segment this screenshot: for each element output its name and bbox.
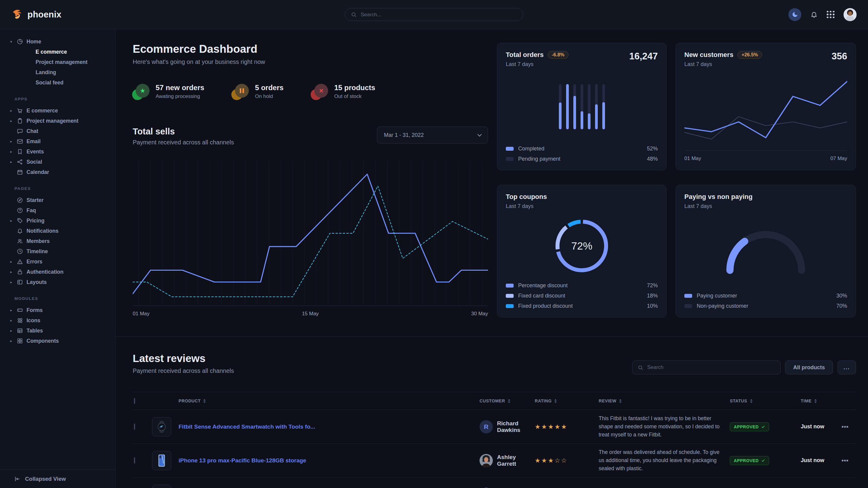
page-subtitle: Here's what's going on at your business … [133, 59, 488, 65]
sidebar-item-timeline[interactable]: Timeline [9, 246, 115, 257]
sidebar-item-email[interactable]: ▸Email [9, 136, 115, 147]
sidebar-item-layouts[interactable]: ▸Layouts [9, 277, 115, 287]
user-avatar[interactable] [843, 8, 857, 21]
global-search-input[interactable] [361, 11, 517, 18]
row-menu-button[interactable]: ••• [841, 423, 856, 431]
table-header-row: PRODUCTCUSTOMERRATINGREVIEWSTATUSTIME [133, 392, 856, 410]
sidebar-item-starter[interactable]: Starter [9, 195, 115, 205]
x-axis-label: 01 May [133, 311, 150, 317]
product-link[interactable]: iPhone 13 pro max-Pacific Blue-128GB sto… [179, 457, 306, 464]
sidebar-item-project-management[interactable]: ▸Project management [9, 116, 115, 126]
row-menu-button[interactable]: ••• [841, 457, 856, 464]
sidebar-item-pricing[interactable]: ▸Pricing [9, 216, 115, 226]
bar-track [559, 84, 562, 129]
main-content: Ecommerce Dashboard Here's what's going … [116, 29, 868, 488]
notifications-button[interactable] [810, 11, 818, 18]
global-search[interactable] [345, 8, 523, 21]
card-period: Last 7 days [684, 61, 762, 67]
sidebar-item-e-commerce[interactable]: ▸E commerce [9, 105, 115, 116]
legend-label: Pending payment [518, 156, 560, 162]
sidebar-item-label: Timeline [27, 248, 48, 255]
brand[interactable]: phoenix [11, 8, 62, 21]
customer-cell[interactable]: Ashley Garrett [479, 454, 535, 467]
sidebar-item-label: Errors [27, 259, 42, 265]
product-thumbnail[interactable] [152, 485, 171, 488]
sidebar-item-authentication[interactable]: ▸Authentication [9, 267, 115, 277]
bar-fill [559, 102, 562, 129]
sidebar-subitem-project-management[interactable]: Project management [9, 57, 115, 67]
sidebar-subitem-e-commerce[interactable]: E commerce [9, 47, 115, 57]
column-header-status[interactable]: STATUS [730, 398, 801, 403]
sidebar-item-label: Faq [27, 207, 36, 214]
customer-cell[interactable]: RRichard Dawkins [479, 420, 535, 433]
row-checkbox[interactable] [134, 423, 135, 430]
bar-fill [574, 96, 576, 129]
sidebar-item-notifications[interactable]: Notifications [9, 226, 115, 236]
stat-item: 5 ordersOn hold [232, 84, 283, 99]
stat-blob-icon: × [311, 84, 328, 99]
product-thumbnail[interactable] [152, 451, 171, 470]
theme-toggle-button[interactable] [788, 8, 801, 21]
legend-row: Non-paying customer70% [684, 303, 847, 309]
row-checkbox[interactable] [134, 457, 135, 464]
sidebar-item-label: Calendar [27, 169, 49, 175]
column-header-product[interactable]: PRODUCT [152, 398, 479, 403]
sidebar-item-faq[interactable]: Faq [9, 205, 115, 216]
reviews-search[interactable] [632, 360, 780, 375]
stat-title: 15 products [334, 84, 375, 92]
sidebar-item-members[interactable]: Members [9, 236, 115, 246]
all-products-button[interactable]: All products [785, 360, 833, 375]
column-header-review[interactable]: REVIEW [599, 398, 730, 403]
sidebar-item-chat[interactable]: Chat [9, 126, 115, 136]
select-all-checkbox[interactable] [134, 398, 135, 404]
share-icon [16, 158, 24, 165]
sidebar-subitem-landing[interactable]: Landing [9, 67, 115, 77]
review-text: This Fitbit is fantastic! I was trying t… [599, 415, 730, 439]
sidebar-item-label: E commerce [36, 49, 67, 55]
sidebar-subitem-social-feed[interactable]: Social feed [9, 77, 115, 88]
chevron-down-icon [477, 132, 482, 136]
sidebar-item-label: Components [27, 338, 59, 344]
brand-name: phoenix [27, 10, 62, 20]
x-axis-label: 07 May [830, 156, 847, 162]
card-period: Last 7 days [506, 61, 568, 67]
customer-avatar [479, 454, 493, 467]
collapse-view-button[interactable]: Collapsed View [0, 469, 115, 488]
reviews-controls: All products ... [632, 360, 856, 375]
sidebar-item-tables[interactable]: ▸Tables [9, 326, 115, 336]
product-link[interactable]: Fitbit Sense Advanced Smartwatch with To… [179, 423, 315, 430]
apps-menu-button[interactable] [827, 11, 835, 19]
column-header-rating[interactable]: RATING [535, 398, 599, 403]
status-badge: APPROVED [730, 422, 769, 431]
stat-subtitle: On hold [255, 93, 283, 99]
column-header-customer[interactable]: CUSTOMER [479, 398, 535, 403]
sidebar-item-forms[interactable]: ▸Forms [9, 305, 115, 315]
sidebar-item-icons[interactable]: ▸Icons [9, 315, 115, 326]
sidebar-item-social[interactable]: ▸Social [9, 157, 115, 167]
sidebar-item-components[interactable]: ▸Components [9, 336, 115, 346]
total-sells-chart [133, 158, 488, 306]
bar-track [602, 84, 605, 129]
rating-stars: ★★★★★ [535, 423, 568, 430]
product-image-phone [155, 454, 168, 467]
chat-icon [16, 128, 24, 135]
rating-stars: ★★★☆☆ [535, 457, 568, 464]
sidebar-item-label: Layouts [27, 279, 47, 286]
column-header-time[interactable]: TIME [801, 398, 841, 403]
caret-icon: ▸ [9, 160, 13, 164]
sidebar-item-events[interactable]: ▸Events [9, 147, 115, 157]
customer-name: Richard Dawkins [497, 420, 535, 433]
reviews-subtitle: Payment received across all channels [133, 367, 234, 375]
more-options-button[interactable]: ... [838, 360, 856, 375]
reviews-search-input[interactable] [647, 364, 775, 370]
sidebar-item-home[interactable]: ▾Home [9, 36, 115, 47]
caret-icon: ▸ [9, 329, 13, 333]
sidebar-item-errors[interactable]: ▸Errors [9, 257, 115, 267]
legend-swatch [506, 284, 514, 288]
legend-swatch [506, 304, 514, 308]
date-range-select[interactable]: Mar 1 - 31, 2022 [377, 127, 488, 143]
product-thumbnail[interactable] [152, 417, 171, 436]
legend-row: Completed52% [506, 145, 658, 152]
sidebar-item-calendar[interactable]: Calendar [9, 167, 115, 177]
legend-value: 18% [647, 293, 658, 299]
